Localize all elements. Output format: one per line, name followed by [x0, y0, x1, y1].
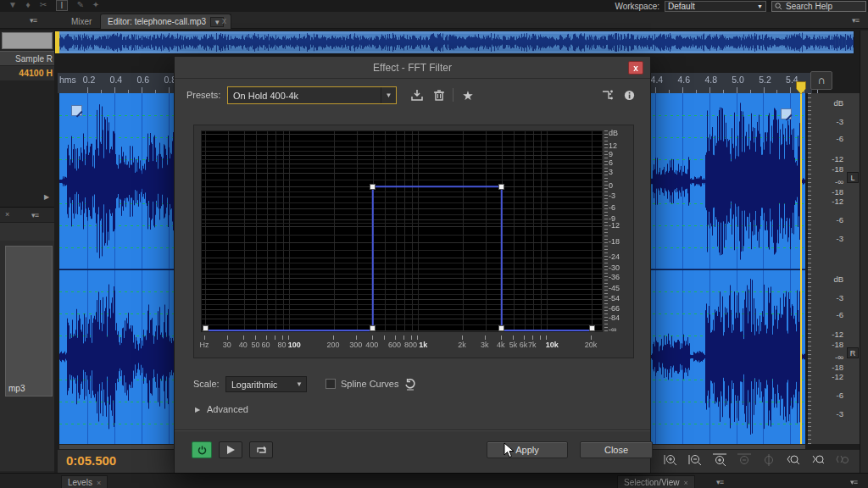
loop-playback-button[interactable] — [249, 441, 273, 458]
curve-control-point[interactable] — [498, 184, 504, 190]
fft-filter-graph[interactable]: dB129630-3-6-9-12-18-24-30-36-45-54-66-8… — [193, 125, 634, 358]
channel-options-icon-left[interactable] — [71, 105, 82, 116]
brush-tool-icon[interactable]: ✦ — [90, 0, 102, 11]
filter-curve-plot[interactable] — [201, 130, 603, 332]
curve-control-point[interactable] — [370, 325, 376, 331]
channel-button-left[interactable]: L — [847, 172, 859, 183]
spline-curves-checkbox[interactable] — [326, 379, 336, 389]
snap-magnet-button[interactable]: ∩ — [810, 71, 832, 90]
advanced-label: Advanced — [207, 404, 248, 414]
panel-menu-icon[interactable] — [25, 15, 41, 25]
info-icon[interactable] — [620, 87, 637, 103]
frequency-tick-label: 6k — [520, 341, 528, 349]
frequency-tick-label: 100 — [288, 341, 301, 349]
time-display[interactable]: 0:05.500 — [66, 453, 116, 468]
chevron-down-icon: ▼ — [757, 3, 763, 9]
move-tool-icon[interactable]: ▼ — [7, 0, 19, 11]
graph-frequency-axis: Hz30405060801002003004006008001k2k3k4k5k… — [201, 336, 603, 352]
favorite-star-icon[interactable]: ★ — [459, 87, 476, 103]
frequency-tick-label: 800 — [404, 341, 417, 349]
routing-options-icon[interactable] — [598, 87, 615, 103]
amplitude-tick-label: -3 — [813, 293, 843, 302]
zoom-out-time-button[interactable] — [687, 452, 704, 468]
amplitude-tick-label: -12 — [813, 330, 843, 339]
levels-panel-menu-icon[interactable] — [712, 477, 727, 487]
tab-editor-label: Editor: telephone-call.mp3 — [108, 17, 206, 26]
close-button[interactable]: Close — [580, 441, 653, 458]
chevron-down-icon: ▼ — [292, 380, 306, 388]
sidebar-panel-menu-icon[interactable] — [27, 210, 42, 220]
preset-select[interactable]: On Hold 400-4k ▼ — [227, 86, 397, 104]
tab-editor[interactable]: Editor: telephone-call.mp3 ▼ — [100, 14, 231, 29]
workspace-label: Workspace: — [615, 2, 659, 11]
sidebar-tab-strip: × — [0, 207, 54, 222]
ruler-tick-label: 5.2 — [756, 75, 775, 85]
search-help-input[interactable]: Search Help — [771, 1, 866, 12]
zoom-both-button[interactable] — [834, 452, 851, 468]
delete-preset-button[interactable] — [431, 87, 448, 103]
frequency-tick-label: 3k — [481, 341, 489, 349]
time-selection-tool-icon[interactable]: I — [56, 0, 68, 11]
db-tick-label: dB — [609, 129, 632, 137]
zoom-to-selection-button[interactable] — [711, 452, 728, 468]
channel-button-right[interactable]: R — [847, 347, 859, 358]
workspace-select[interactable]: Default ▼ — [665, 1, 766, 12]
zoom-in-left-button[interactable] — [785, 452, 802, 468]
overview-playhead-flag[interactable] — [55, 31, 59, 53]
overview-waveform — [55, 31, 854, 53]
file-overview-strip[interactable] — [54, 30, 854, 54]
media-item[interactable]: mp3 — [5, 246, 53, 396]
playhead-line[interactable] — [800, 93, 802, 444]
zoom-toolbar — [662, 452, 851, 468]
dialog-close-button[interactable]: x — [628, 61, 643, 75]
save-preset-button[interactable] — [409, 87, 426, 103]
curve-control-point[interactable] — [498, 325, 504, 331]
search-text: Search Help — [786, 2, 832, 11]
lasso-tool-icon[interactable]: ✎ — [75, 0, 86, 11]
panel-tab-bar: Mixer Editor: telephone-call.mp3 ▼ x — [0, 12, 868, 29]
tab-levels-close-icon[interactable]: × — [97, 479, 101, 487]
files-column-header[interactable]: Sample R — [0, 51, 54, 66]
tab-mixer[interactable]: Mixer — [64, 14, 98, 29]
ruler-tick-label: 0.6 — [134, 75, 153, 85]
advanced-row[interactable]: ▶ Advanced — [175, 402, 650, 419]
amplitude-tick-label: dB — [813, 274, 843, 284]
sidebar-tab-close-icon[interactable]: × — [5, 210, 9, 219]
frequency-tick-label: 300 — [349, 341, 362, 349]
marker-tool-icon[interactable]: ♦ — [22, 0, 34, 11]
ruler-tick-label: 0.4 — [107, 75, 125, 85]
curve-control-point[interactable] — [203, 325, 209, 331]
tab-mixer-label: Mixer — [71, 17, 92, 26]
dialog-titlebar[interactable]: Effect - FFT Filter x — [175, 57, 650, 79]
panel-menu-icon-right[interactable] — [848, 15, 863, 25]
zoom-out-full-button[interactable] — [736, 452, 753, 468]
expand-arrow-icon[interactable]: ▶ — [44, 193, 49, 201]
channel-options-icon-right[interactable] — [781, 108, 792, 119]
tab-levels[interactable]: Levels × — [61, 475, 108, 488]
scale-select[interactable]: Logarithmic ▼ — [225, 376, 307, 392]
zoom-in-time-button[interactable] — [662, 452, 679, 468]
disclosure-triangle-icon[interactable]: ▶ — [195, 406, 200, 413]
preview-play-button[interactable] — [219, 441, 242, 458]
reset-icon[interactable] — [402, 376, 419, 392]
effect-power-toggle[interactable] — [192, 441, 212, 458]
tab-selection-view[interactable]: Selection/View × — [617, 475, 695, 488]
zoom-amplitude-button[interactable] — [760, 452, 777, 468]
presets-row: Presets: On Hold 400-4k ▼ ★ — [175, 84, 650, 108]
amplitude-tick-label: -∞ — [813, 177, 843, 186]
curve-control-point[interactable] — [589, 325, 595, 331]
frequency-tick-label: 50 — [251, 341, 259, 349]
knife-tool-icon[interactable]: ✂ — [37, 0, 49, 11]
tab-editor-close-icon[interactable]: x — [222, 16, 226, 25]
presets-label: Presets: — [186, 90, 220, 100]
amplitude-ruler-right[interactable]: R dB-3-6-12-18-∞-18-12-6-3 — [807, 269, 860, 444]
amplitude-ruler-left[interactable]: L dB-3-6-12-18-∞-18-12-6-3 — [807, 93, 860, 269]
apply-button[interactable]: Apply — [487, 441, 568, 458]
amplitude-tick-label: -12 — [813, 154, 843, 164]
db-tick-label: 9 — [609, 150, 632, 158]
curve-control-point[interactable] — [370, 184, 376, 190]
tab-selection-view-close-icon[interactable]: × — [683, 479, 687, 487]
dialog-title: Effect - FFT Filter — [175, 62, 650, 74]
zoom-in-right-button[interactable] — [810, 452, 826, 468]
selection-panel-menu-icon[interactable] — [846, 477, 861, 487]
